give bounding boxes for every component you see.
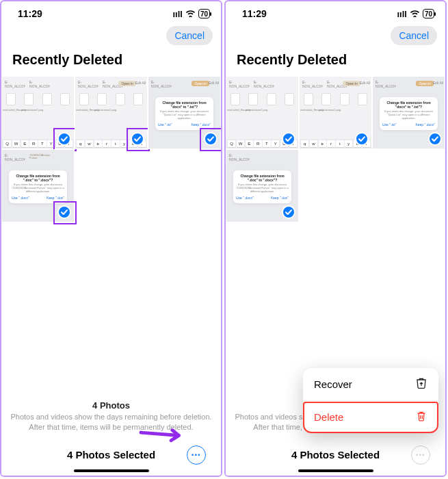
thumb-chip: Open in [416, 81, 434, 86]
selected-count: 4 Photos Selected [67, 449, 155, 461]
thumb-dialog: Change file extension from ".doc" to ".d… [233, 170, 291, 203]
thumb-label: E-NON_ALCOHOLIC...03.pdf [29, 81, 50, 88]
recover-label: Recover [314, 378, 352, 390]
thumb-dialog: Change file extension from "docx" to ".t… [155, 97, 213, 130]
selection-check-icon [282, 205, 295, 219]
phone-right: 11:29 ııll 70 Cancel Recently Deleted E-… [224, 0, 447, 477]
highlight-ring [53, 201, 77, 224]
highlight-ring [127, 128, 150, 151]
file-icons [2, 93, 74, 105]
status-bar: 11:29 ııll 70 [226, 1, 445, 21]
more-icon: ••• [416, 452, 425, 458]
file-labels: evaluated_flex.pngwebinarstore2.png [75, 108, 147, 112]
recover-icon [415, 377, 427, 391]
more-icon: ••• [192, 452, 201, 458]
signal-icon: ııll [172, 9, 182, 19]
thumb-chip2: Edit All [209, 81, 219, 85]
page-title: Recently Deleted [1, 49, 221, 76]
battery-icon: 70 [198, 9, 210, 18]
photo-thumb[interactable]: E-NON_ALCOHOLIC...03.pdf Open in Edit Al… [148, 76, 221, 149]
thumb-chip2: Edit All [360, 81, 370, 85]
cancel-button[interactable]: Cancel [391, 26, 437, 45]
thumb-chip2: Edit All [433, 81, 443, 85]
thumb-label: E-NON_ALCOHOLIC...03.pdf [229, 81, 250, 88]
thumb-label: E-NON_ALCOHOLIC...03.pdf [375, 81, 396, 88]
thumb-label: E-NON_ALCOHOLIC...03.pdf [5, 81, 25, 88]
file-icons [226, 93, 298, 105]
file-icons [75, 93, 147, 105]
more-button[interactable]: ••• [411, 445, 430, 465]
photo-thumb[interactable]: E-NON_ALCOHOLIC...03.pdf E-NON_ALCOHOLIC… [226, 76, 299, 149]
page-title: Recently Deleted [226, 49, 445, 76]
selection-check-icon [282, 132, 295, 146]
photo-thumb[interactable]: E-NON_ALCOHOLIC...03.pdf E-NON_ALCOHOLIC… [75, 76, 148, 149]
more-button[interactable]: ••• [187, 445, 206, 465]
photo-grid: E-NON_ALCOHOLIC...03.pdf E-NON_ALCOHOLIC… [226, 76, 445, 222]
thumb-label: E-NON_ALCOHOLIC...03.pdf [254, 81, 274, 88]
photo-grid: E-NON_ALCOHOLIC...03.pdf E-NON_ALCOHOLIC… [1, 76, 221, 222]
thumb-label: E-NON_ALCOHOLIC...03.pdf [151, 81, 172, 88]
cancel-row: Cancel [1, 21, 221, 49]
thumb-dialog: Change file extension from ".doc" to ".d… [9, 170, 67, 203]
thumb-label: E-NON_ALCOHOLIC...03.pdf [229, 154, 250, 161]
recover-option[interactable]: Recover [303, 368, 438, 400]
selected-count: 4 Photos Selected [291, 449, 380, 461]
status-right: ııll 70 [172, 9, 210, 19]
thumb-chip2: Edit All [135, 81, 146, 85]
thumb-label: E-NON_ALCOHOLIC...03.pdf [302, 81, 323, 88]
selection-check-icon [428, 132, 442, 146]
cancel-row: Cancel [226, 21, 445, 49]
thumb-chip: Open in [192, 81, 209, 86]
photo-thumb[interactable]: E-NON_ALCOHOLIC...03.pdf E-NON_ALCOHOLIC… [1, 76, 75, 149]
photo-thumb[interactable]: E-NON_ALCOHOLIC...03.pdf E-NON_ALCOHOLIC… [299, 76, 372, 149]
thumb-label: E-NON_ALCOHOLIC...03.pdf [78, 81, 98, 88]
highlight-ring-delete [303, 402, 438, 433]
photo-thumb[interactable]: E-NON_ALCOHOLIC...03.pdf Change file ext… [226, 149, 299, 222]
battery-icon: 70 [423, 9, 434, 18]
phone-left: 11:29 ııll 70 Cancel Recently Deleted E-… [0, 0, 222, 477]
highlight-ring [53, 128, 77, 151]
cancel-button[interactable]: Cancel [166, 26, 213, 45]
thumb-chip: Open in [118, 81, 136, 86]
signal-icon: ııll [397, 9, 406, 19]
file-icons [300, 93, 371, 105]
file-labels: evaluated_flex.pngwebinarstore2.png [2, 108, 74, 112]
thumb-label: E-NON_ALCOHOLIC...03.pdf [5, 154, 25, 161]
selection-check-icon [355, 132, 369, 146]
thumb-dialog: Change file extension from "docx" to ".t… [380, 97, 438, 130]
home-indicator [298, 469, 373, 472]
status-time: 11:29 [18, 8, 42, 19]
status-right: ııll 70 [397, 9, 434, 19]
file-labels: evaluated_flex.pngwebinarstore2.png [300, 108, 371, 112]
photo-thumb[interactable]: E-NON_ALCOHOLIC...03.pdf 11032023Arrowoo… [1, 149, 75, 222]
thumb-chip: Open in [343, 81, 360, 86]
photo-thumb[interactable]: E-NON_ALCOHOLIC...03.pdf Open in Edit Al… [372, 76, 445, 149]
home-indicator [74, 469, 149, 472]
status-time: 11:29 [242, 8, 267, 19]
file-labels: evaluated_flex.pngwebinarstore2.png [226, 108, 298, 112]
photo-count: 4 Photos [1, 399, 221, 412]
wifi-icon [410, 9, 420, 19]
status-bar: 11:29 ııll 70 [1, 1, 221, 21]
wifi-icon [185, 9, 196, 19]
thumb-label: 11032023Arrowood Future [29, 154, 50, 160]
highlight-ring [200, 128, 222, 151]
